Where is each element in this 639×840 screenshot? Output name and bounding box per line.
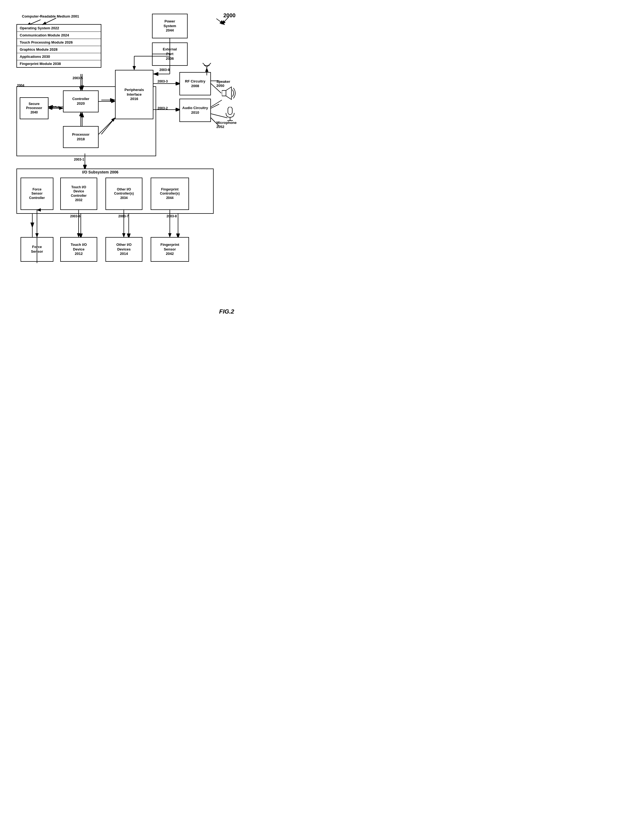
antenna-icon — [201, 62, 212, 75]
bus-2003-1-label: 2003-1 — [74, 158, 84, 161]
microphone-icon — [224, 107, 235, 122]
bus-2003-7-label: 2003-7 — [118, 214, 129, 218]
svg-rect-32 — [228, 107, 232, 115]
peripherals-interface-box: PeripheralsInterface2016 — [115, 70, 153, 119]
processor-box: Processor2018 — [63, 126, 99, 148]
force-sensor-box: ForceSensor — [21, 237, 53, 262]
bus-2003-5-label: 2003-5 — [73, 76, 83, 80]
apps-item: Applications 2030 — [17, 53, 101, 60]
external-port-box: ExternalPort2036 — [152, 43, 188, 66]
io-subsystem-label: I/O Subsystem 2006 — [82, 170, 118, 174]
secure-processor-box: SecureProcessor2040 — [20, 97, 48, 119]
bus-2003-2-label: 2003-2 — [157, 106, 168, 110]
other-io-devices-box: Other I/ODevices2014 — [105, 237, 142, 262]
crm-box: Operating System 2022 Communication Modu… — [16, 24, 101, 68]
touch-io-device-controller-box: Touch I/ODeviceController2032 — [60, 178, 97, 210]
graphics-item: Graphics Module 2028 — [17, 46, 101, 53]
svg-line-27 — [203, 63, 207, 67]
force-sensor-controller-box: ForceSensorController — [21, 178, 53, 210]
controller-box: Controller2020 — [63, 91, 99, 112]
diagram: 2000 Computer-Readable Medium 2001 Opera… — [0, 0, 246, 324]
other-io-controllers-box: Other I/OController(s)2034 — [105, 178, 142, 210]
bus-2003-8-top-label: 2003-8 — [159, 68, 170, 72]
comm-item: Communication Module 2024 — [17, 32, 101, 39]
rf-circuitry-box: RF Circuitry2008 — [180, 72, 211, 96]
touch-io-device-box: Touch I/ODevice2012 — [60, 237, 97, 262]
speaker-icon — [222, 86, 237, 100]
bus-2003-4-label: 2003-4 — [49, 105, 59, 109]
audio-circuitry-box: Audio Circuitry2010 — [180, 99, 211, 122]
svg-rect-30 — [222, 91, 226, 96]
bus-2003-3-label: 2003-3 — [157, 80, 168, 83]
touch-item: Touch Processing Module 2026 — [17, 39, 101, 46]
bus-2003-8-bot-label: 2003-8 — [167, 214, 176, 218]
crm-label: Computer-Readable Medium 2001 — [22, 14, 79, 18]
svg-line-5 — [216, 19, 224, 25]
bus-2003-6-label: 2003-6 — [70, 214, 80, 218]
fig-label: FIG.2 — [219, 308, 234, 315]
fingerprint-sensor-box: FingerprintSensor2042 — [151, 237, 189, 262]
diagram-number-label: 2000 — [224, 12, 236, 19]
fingerprint-controllers-box: FingerprintController(s)2044 — [151, 178, 189, 210]
ref-2004-label: 2004 — [17, 84, 24, 88]
svg-line-28 — [207, 63, 211, 67]
os-item: Operating System 2022 — [17, 25, 101, 32]
power-system-box: PowerSystem2044 — [152, 14, 188, 38]
svg-marker-31 — [226, 87, 231, 99]
fingerprint-item: Fingerprint Module 2038 — [17, 60, 101, 67]
